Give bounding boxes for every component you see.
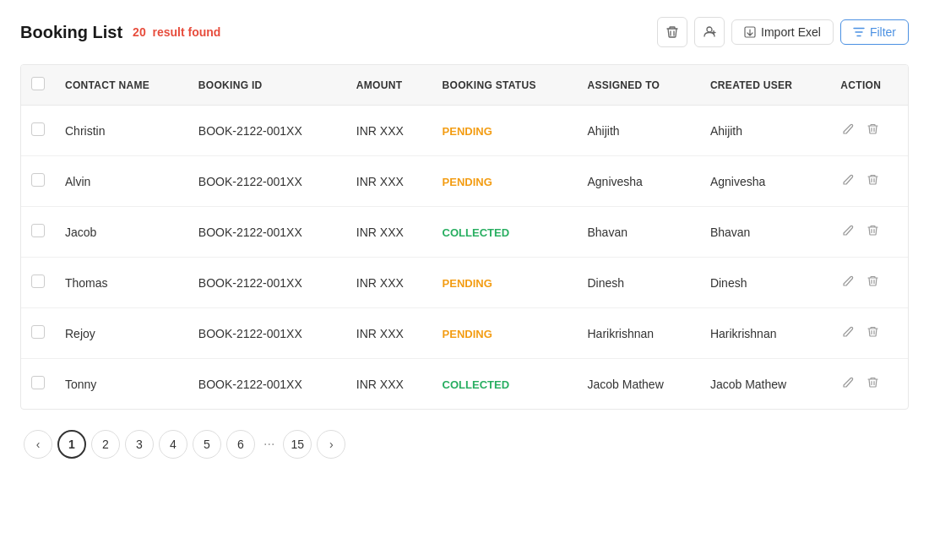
row-checkbox-cell	[21, 258, 55, 308]
page-5-button[interactable]: 5	[193, 430, 221, 459]
page-6-button[interactable]: 6	[226, 430, 255, 459]
row-checkbox[interactable]	[31, 376, 45, 389]
table-row: Tonny BOOK-2122-001XX INR XXX COLLECTED …	[21, 359, 908, 410]
row-checkbox-cell	[21, 359, 55, 410]
edit-button[interactable]	[840, 222, 856, 242]
pagination-dots: ···	[260, 437, 278, 452]
assigned-to: Jacob Mathew	[577, 359, 699, 410]
contact-name: Jacob	[55, 207, 188, 258]
assigned-to: Harikrishnan	[577, 308, 699, 359]
header-right: Import Exel Filter	[657, 17, 909, 47]
created-user: Harikrishnan	[700, 308, 830, 359]
edit-button[interactable]	[840, 273, 856, 292]
edit-button[interactable]	[840, 171, 856, 191]
delete-row-button[interactable]	[865, 273, 881, 292]
edit-button[interactable]	[840, 121, 856, 140]
action-cell	[830, 207, 908, 258]
contact-name: Rejoy	[55, 308, 188, 359]
action-cell	[830, 258, 908, 308]
row-checkbox-cell	[21, 207, 55, 258]
delete-row-button[interactable]	[865, 171, 881, 191]
edit-button[interactable]	[840, 374, 856, 394]
trash-icon	[666, 25, 679, 39]
amount: INR XXX	[346, 308, 432, 359]
booking-status: PENDING	[432, 106, 578, 156]
row-checkbox[interactable]	[31, 275, 45, 288]
page-4-button[interactable]: 4	[159, 430, 187, 459]
contact-name: Tonny	[55, 359, 188, 410]
delete-row-button[interactable]	[865, 323, 881, 343]
booking-status: PENDING	[432, 156, 578, 207]
page-3-button[interactable]: 3	[125, 430, 154, 459]
booking-status: COLLECTED	[432, 359, 578, 410]
row-checkbox-cell	[21, 106, 55, 156]
contact-name: Thomas	[55, 258, 188, 308]
table-header-row: CONTACT NAME BOOKING ID AMOUNT BOOKING S…	[21, 65, 908, 106]
booking-id: BOOK-2122-001XX	[188, 258, 346, 308]
row-checkbox[interactable]	[31, 224, 45, 237]
row-checkbox[interactable]	[31, 173, 45, 187]
next-page-button[interactable]: ›	[317, 430, 345, 459]
col-booking-id: BOOKING ID	[188, 65, 346, 106]
select-all-checkbox[interactable]	[31, 77, 45, 90]
col-contact-name: CONTACT NAME	[55, 65, 188, 106]
contact-name: Christin	[55, 106, 188, 156]
user-assign-button[interactable]	[694, 17, 725, 47]
page-title: Booking List	[20, 23, 122, 42]
row-checkbox-cell	[21, 308, 55, 359]
amount: INR XXX	[346, 258, 432, 308]
assigned-to: Ahijith	[577, 106, 699, 156]
col-assigned-to: ASSIGNED TO	[577, 65, 699, 106]
contact-name: Alvin	[55, 156, 188, 207]
delete-button[interactable]	[657, 17, 687, 47]
created-user: Bhavan	[700, 207, 830, 258]
page-1-button[interactable]: 1	[57, 430, 86, 459]
booking-id: BOOK-2122-001XX	[188, 156, 346, 207]
svg-point-0	[707, 27, 712, 32]
row-checkbox-cell	[21, 156, 55, 207]
filter-button[interactable]: Filter	[840, 19, 909, 45]
created-user: Agnivesha	[700, 156, 830, 207]
col-booking-status: BOOKING STATUS	[432, 65, 578, 106]
created-user: Dinesh	[700, 258, 830, 308]
col-created-user: CREATED USER	[700, 65, 830, 106]
table-row: Jacob BOOK-2122-001XX INR XXX COLLECTED …	[21, 207, 908, 258]
booking-status: PENDING	[432, 258, 578, 308]
booking-id: BOOK-2122-001XX	[188, 207, 346, 258]
delete-row-button[interactable]	[865, 121, 881, 140]
amount: INR XXX	[346, 359, 432, 410]
col-action: ACTION	[830, 65, 908, 106]
booking-id: BOOK-2122-001XX	[188, 106, 346, 156]
amount: INR XXX	[346, 106, 432, 156]
row-checkbox[interactable]	[31, 325, 45, 339]
action-cell	[830, 308, 908, 359]
assigned-to: Dinesh	[577, 258, 699, 308]
edit-button[interactable]	[840, 323, 856, 343]
table-row: Christin BOOK-2122-001XX INR XXX PENDING…	[21, 106, 908, 156]
delete-row-button[interactable]	[865, 222, 881, 242]
table-row: Thomas BOOK-2122-001XX INR XXX PENDING D…	[21, 258, 908, 308]
pagination: ‹ 1 2 3 4 5 6 ··· 15 ›	[20, 430, 909, 459]
col-amount: AMOUNT	[346, 65, 432, 106]
table-row: Alvin BOOK-2122-001XX INR XXX PENDING Ag…	[21, 156, 908, 207]
user-icon	[703, 25, 716, 39]
delete-row-button[interactable]	[865, 374, 881, 394]
import-button[interactable]: Import Exel	[731, 19, 834, 45]
created-user: Ahijith	[700, 106, 830, 156]
booking-status: COLLECTED	[432, 207, 578, 258]
page-2-button[interactable]: 2	[91, 430, 120, 459]
table-row: Rejoy BOOK-2122-001XX INR XXX PENDING Ha…	[21, 308, 908, 359]
result-count: 20 result found	[133, 25, 220, 39]
booking-table: CONTACT NAME BOOKING ID AMOUNT BOOKING S…	[20, 64, 909, 410]
assigned-to: Bhavan	[577, 207, 699, 258]
assigned-to: Agnivesha	[577, 156, 699, 207]
booking-id: BOOK-2122-001XX	[188, 359, 346, 410]
row-checkbox[interactable]	[31, 122, 45, 136]
page-15-button[interactable]: 15	[283, 430, 312, 459]
action-cell	[830, 156, 908, 207]
booking-status: PENDING	[432, 308, 578, 359]
prev-page-button[interactable]: ‹	[24, 430, 52, 459]
select-all-header	[21, 65, 55, 106]
action-cell	[830, 359, 908, 410]
action-cell	[830, 106, 908, 156]
